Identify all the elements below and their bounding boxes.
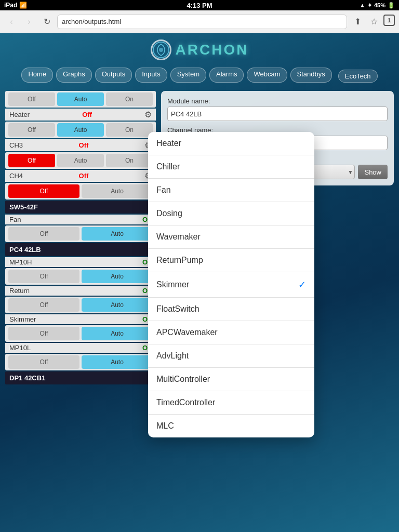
dropdown-item-skimmer[interactable]: Skimmer ✓ (148, 272, 314, 298)
output-row-ch3: CH3 Off ⚙ (5, 139, 156, 151)
logo-icon (151, 39, 171, 60)
output-row: Off Auto (5, 225, 156, 242)
dropdown-label: Wavemaker (156, 232, 201, 242)
time-display: 4:13 PM (187, 2, 212, 9)
logo-text: ARCHON (176, 42, 249, 58)
dropdown-item-floatswitch[interactable]: FloatSwitch (148, 298, 314, 321)
nav-standbys[interactable]: Standbys (290, 68, 332, 83)
auto-button[interactable]: Auto (82, 327, 153, 340)
module-name-input[interactable] (167, 107, 388, 121)
auto-button[interactable]: Auto (82, 227, 153, 241)
auto-button[interactable]: Auto (57, 92, 104, 106)
output-row: Off Auto (5, 268, 156, 285)
dropdown-item-wavemaker[interactable]: Wavemaker (148, 225, 314, 249)
dropdown-item-dosing[interactable]: Dosing (148, 202, 314, 225)
back-button[interactable]: ‹ (4, 15, 19, 29)
logo-area: ARCHON (0, 33, 399, 64)
url-bar[interactable]: archon/outputs.html (57, 15, 347, 29)
on-button[interactable]: On (106, 92, 153, 106)
output-status-ch4: Off (79, 172, 89, 180)
nav-home[interactable]: Home (21, 68, 53, 83)
output-name-mp10l: MP10L (9, 344, 31, 352)
checkmark-icon: ✓ (298, 279, 306, 290)
off-button[interactable]: Off (8, 327, 79, 340)
auto-button-last[interactable]: Auto (82, 184, 153, 198)
dropdown-item-heater[interactable]: Heater (148, 132, 314, 155)
battery-icon: 🔋 (388, 2, 395, 9)
dropdown-label: TimedController (156, 398, 215, 407)
dropdown-label: AdvLight (156, 351, 189, 361)
url-text: archon/outputs.html (62, 18, 121, 25)
off-button-ch4[interactable]: Off (8, 154, 55, 167)
output-name-fan: Fan (9, 216, 21, 223)
dropdown-label: MultiController (156, 375, 210, 384)
dropdown-label: Skimmer (156, 280, 189, 289)
dropdown-item-multicontroller[interactable]: MultiController (148, 368, 314, 391)
dropdown-label: Chiller (156, 162, 180, 171)
output-row: Off Auto (5, 354, 156, 370)
gear-icon-heater[interactable]: ⚙ (144, 110, 152, 119)
bookmark-button[interactable]: ☆ (367, 15, 381, 29)
auto-button[interactable]: Auto (82, 270, 153, 283)
section-sw5: SW5-42F (5, 201, 156, 214)
output-row-mp10l: MP10L On (5, 343, 156, 353)
off-button[interactable]: Off (8, 270, 79, 283)
dropdown-label: MLC (156, 421, 174, 431)
output-row: Off Auto (5, 183, 156, 200)
dropdown-item-chiller[interactable]: Chiller (148, 155, 314, 179)
output-row: Off Auto On (5, 91, 156, 108)
tab-count[interactable]: 1 (383, 15, 395, 26)
output-name-ch3: CH3 (9, 141, 23, 149)
off-button[interactable]: Off (8, 123, 55, 137)
dropdown-label: Fan (156, 185, 171, 195)
auto-button[interactable]: Auto (57, 123, 104, 137)
output-row-skimmer: Skimmer On (5, 314, 156, 324)
show-button[interactable]: Show (358, 165, 388, 179)
dropdown-item-advlight[interactable]: AdvLight (148, 344, 314, 368)
signal-icon: ▲ (360, 2, 365, 8)
share-button[interactable]: ⬆ (350, 15, 365, 29)
auto-button-ch4[interactable]: Auto (57, 154, 104, 167)
on-button-ch4[interactable]: On (106, 154, 153, 167)
off-button[interactable]: Off (8, 355, 79, 369)
off-button[interactable]: Off (8, 227, 79, 241)
nav-webcam[interactable]: Webcam (247, 68, 287, 83)
output-name-mp10h: MP10H (9, 258, 32, 266)
nav-menu: Home Graphs Outputs Inputs System Alarms… (0, 64, 399, 86)
dropdown-item-apcwavemaker[interactable]: APCWavemaker (148, 321, 314, 344)
dropdown-item-mlc[interactable]: MLC (148, 415, 314, 437)
output-row: Off Auto (5, 325, 156, 342)
carrier-label: iPad (4, 2, 17, 9)
dropdown-item-fan[interactable]: Fan (148, 179, 314, 202)
dropdown-label: Heater (156, 139, 181, 148)
nav-ecotech[interactable]: EcoTech (338, 70, 378, 83)
output-status-ch3: Off (79, 141, 89, 149)
output-row: Off Auto (5, 297, 156, 313)
dropdown-item-timedcontroller[interactable]: TimedController (148, 391, 314, 415)
on-button[interactable]: On (106, 123, 153, 137)
output-row-heater: Heater Off ⚙ (5, 109, 156, 121)
nav-inputs[interactable]: Inputs (135, 68, 167, 83)
auto-button[interactable]: Auto (82, 355, 153, 369)
output-row: Off Auto On (5, 152, 156, 169)
forward-button[interactable]: › (22, 15, 36, 29)
auto-button[interactable]: Auto (82, 298, 153, 312)
dropdown-overlay: Heater Chiller Fan Dosing Wavemaker Retu… (148, 132, 314, 437)
output-row-mp10h: MP10H On (5, 257, 156, 267)
nav-system[interactable]: System (170, 68, 206, 83)
off-button[interactable]: Off (8, 298, 79, 312)
main-content: ARCHON Home Graphs Outputs Inputs System… (0, 33, 399, 532)
dropdown-label: Dosing (156, 209, 182, 218)
off-button[interactable]: Off (8, 92, 55, 106)
nav-graphs[interactable]: Graphs (56, 68, 92, 83)
section-dp1: DP1 42CB1 (5, 371, 156, 384)
off-button-last[interactable]: Off (8, 184, 79, 198)
nav-alarms[interactable]: Alarms (209, 68, 244, 83)
output-row: Off Auto On (5, 122, 156, 138)
dropdown-item-returnpump[interactable]: ReturnPump (148, 249, 314, 272)
reload-button[interactable]: ↻ (39, 15, 54, 29)
archon-logo: ARCHON (151, 39, 249, 60)
output-row-ch4: CH4 Off ⚙ (5, 170, 156, 182)
nav-outputs[interactable]: Outputs (95, 68, 132, 83)
section-pc4: PC4 42LB (5, 243, 156, 256)
